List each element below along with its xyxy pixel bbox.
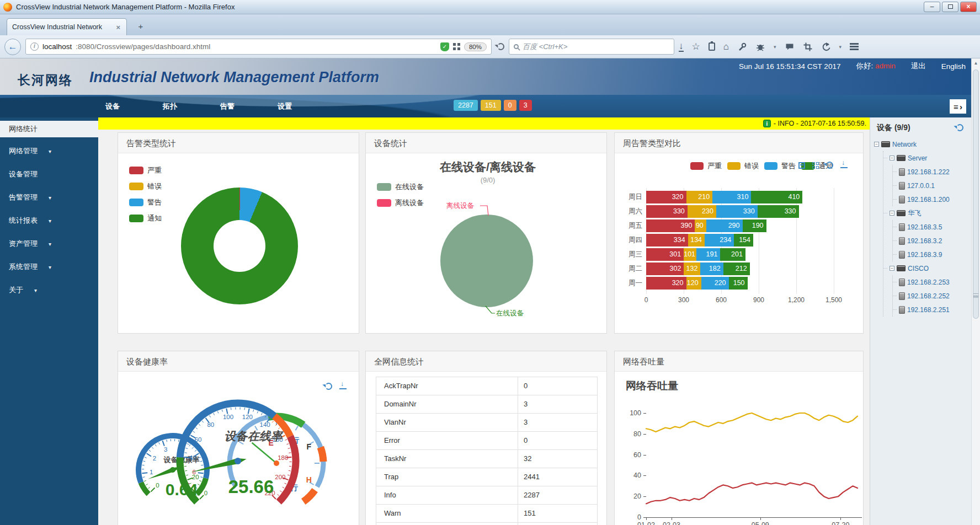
tree-node-华飞[interactable]: −华飞 [883, 206, 971, 220]
save-image-icon[interactable] [840, 162, 848, 168]
tree-node-192.168.2.253[interactable]: 192.168.2.253 [893, 275, 971, 289]
nav-item-1[interactable]: 设备 [105, 101, 120, 111]
legend-item[interactable]: 严重 [129, 165, 162, 175]
scroll-up-arrow[interactable]: ▲ [972, 58, 980, 66]
close-button[interactable]: × [960, 2, 977, 12]
device-panel-toggle-button[interactable]: ≡ › [950, 99, 966, 114]
tree-collapse-icon[interactable]: − [890, 211, 894, 216]
sidebar-item-4[interactable]: 告警管理▾ [0, 186, 98, 209]
bookmarks-menu-icon[interactable] [709, 42, 715, 51]
device-health-gauges[interactable]: EFH行行01234567设备健康率0.64020406080100120140… [118, 384, 359, 525]
plugin-bug-icon[interactable] [755, 42, 765, 52]
sidebar-item-6[interactable]: 资产管理▾ [0, 232, 98, 255]
tree-node-label[interactable]: 192.168.3.9 [907, 251, 942, 259]
tree-node-192.168.2.251[interactable]: 192.168.2.251 [893, 303, 971, 317]
bookmark-star-icon[interactable]: ☆ [692, 42, 700, 51]
tree-node-Network[interactable]: −Network [874, 137, 971, 151]
tree-collapse-icon[interactable]: − [874, 142, 879, 147]
tree-node-127.0.0.1[interactable]: 127.0.0.1 [893, 179, 971, 192]
alarm-count-badge-3[interactable]: 0 [504, 100, 516, 111]
alarm-count-badge-4[interactable]: 3 [519, 100, 532, 111]
tree-node-192.168.3.9[interactable]: 192.168.3.9 [893, 248, 971, 261]
tree-connector [893, 309, 897, 310]
tree-node-CISCO[interactable]: −CISCO [883, 261, 971, 275]
sidebar-item-8[interactable]: 关于▾ [0, 278, 98, 302]
legend-item[interactable]: 通知 [129, 213, 162, 223]
table-cell-value: 2287 [518, 486, 597, 504]
scrollbar-thumb[interactable] [973, 69, 979, 319]
security-shield-icon[interactable]: ✓ [440, 42, 449, 51]
tree-node-label[interactable]: 192.168.1.200 [907, 196, 950, 203]
sidebar-item-2[interactable]: 网络管理▾ [0, 140, 98, 163]
legend-item[interactable]: 错误 [129, 181, 162, 191]
tree-refresh-icon[interactable] [956, 124, 963, 131]
device-pie-chart[interactable] [366, 133, 606, 333]
magictype-stack-icon[interactable] [798, 162, 805, 169]
language-link[interactable]: English [941, 62, 966, 71]
home-icon[interactable]: ⌂ [723, 42, 729, 51]
nav-item-4[interactable]: 设置 [277, 101, 292, 111]
tree-collapse-icon[interactable]: − [890, 156, 894, 160]
tree-node-192.168.1.200[interactable]: 192.168.1.200 [893, 192, 971, 206]
tree-node-label[interactable]: 192.168.2.252 [907, 292, 950, 300]
minimize-button[interactable]: – [924, 2, 940, 12]
vertical-scrollbar[interactable]: ▲ [971, 58, 980, 525]
restore-icon[interactable] [826, 162, 833, 169]
tree-node-label[interactable]: Network [892, 141, 917, 148]
tree-node-192.168.3.2[interactable]: 192.168.3.2 [893, 234, 971, 248]
page-info-icon[interactable]: i [30, 42, 39, 51]
legend-item[interactable]: 警告 [764, 161, 796, 171]
tree-node-label[interactable]: 192.168.3.5 [907, 223, 942, 231]
logout-link[interactable]: 退出 [911, 61, 926, 71]
magictype-tiled-icon[interactable] [812, 162, 819, 169]
overflow-caret-icon[interactable]: ▾ [774, 44, 776, 50]
legend-item[interactable]: 错误 [727, 161, 759, 171]
tree-node-Server[interactable]: −Server [883, 151, 971, 165]
undo-caret-icon[interactable]: ▾ [839, 44, 842, 50]
qr-extension-icon[interactable] [453, 43, 460, 50]
table-row-partial [376, 523, 597, 525]
scrollbar-grip[interactable] [973, 293, 978, 298]
alarm-count-badge-1[interactable]: 2287 [454, 100, 478, 111]
tree-node-label[interactable]: 192.168.2.253 [907, 278, 950, 286]
new-tab-button[interactable]: + [134, 21, 148, 33]
tree-node-192.168.1.222[interactable]: 192.168.1.222 [893, 165, 971, 179]
sidebar-item-3[interactable]: 设备管理 [0, 163, 98, 186]
sidebar-item-7[interactable]: 系统管理▾ [0, 255, 98, 278]
crop-screenshot-icon[interactable] [803, 42, 813, 52]
chat-icon[interactable] [785, 42, 795, 52]
alarm-count-badge-2[interactable]: 151 [481, 100, 501, 111]
alarm-donut-chart[interactable] [181, 188, 298, 304]
sidebar-item-5[interactable]: 统计报表▾ [0, 209, 98, 232]
back-button[interactable]: ← [4, 39, 21, 55]
nav-item-2[interactable]: 拓扑 [162, 101, 178, 111]
tab-crossview[interactable]: CrossView Industrial Network × [7, 18, 127, 35]
tab-close-icon[interactable]: × [115, 23, 121, 31]
tree-node-label[interactable]: 192.168.2.251 [907, 306, 950, 314]
tree-connector [883, 268, 887, 269]
sidebar-item-1[interactable]: 网络统计 [0, 121, 98, 137]
svg-text:80: 80 [207, 421, 214, 428]
tree-node-label[interactable]: 127.0.0.1 [907, 182, 935, 190]
search-input[interactable]: 百度 <Ctrl+K> [509, 39, 674, 55]
wrench-icon[interactable] [737, 42, 747, 52]
tree-node-192.168.2.252[interactable]: 192.168.2.252 [893, 289, 971, 303]
downloads-icon[interactable]: ↓ [679, 41, 684, 52]
reload-icon[interactable] [497, 43, 504, 50]
tree-node-label[interactable]: Server [908, 154, 927, 162]
legend-item[interactable]: 警告 [129, 197, 162, 207]
tree-node-192.168.3.5[interactable]: 192.168.3.5 [893, 220, 971, 234]
hamburger-menu-icon[interactable] [850, 43, 859, 50]
nav-item-3[interactable]: 告警 [220, 101, 235, 111]
tree-node-label[interactable]: CISCO [908, 265, 929, 272]
url-field[interactable]: i localhost :8080/Crossview/pages/dashbo… [25, 39, 492, 55]
tree-node-label[interactable]: 华飞 [908, 208, 921, 218]
maximize-button[interactable] [942, 2, 958, 12]
tree-collapse-icon[interactable]: − [890, 266, 894, 271]
tree-node-label[interactable]: 192.168.1.222 [907, 168, 950, 176]
tree-node-label[interactable]: 192.168.3.2 [907, 237, 942, 245]
undo-icon[interactable] [821, 42, 831, 52]
zoom-level-badge[interactable]: 80% [464, 42, 487, 51]
table-cell-label: Warn [376, 505, 518, 522]
legend-item[interactable]: 严重 [690, 161, 722, 171]
